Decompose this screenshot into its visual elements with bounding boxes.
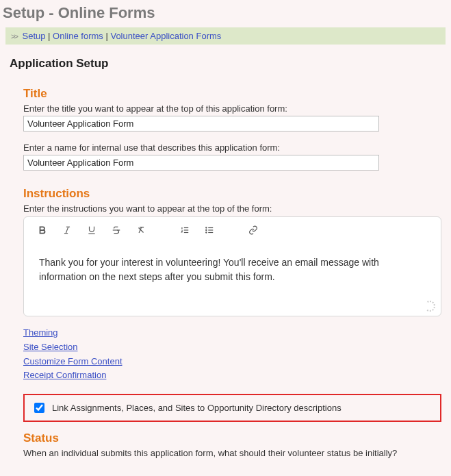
internal-name-input[interactable]: [23, 155, 379, 171]
display-title-label: Enter the title you want to appear at th…: [23, 103, 441, 114]
site-selection-link[interactable]: Site Selection: [23, 340, 441, 355]
theming-link[interactable]: Theming: [23, 326, 441, 340]
breadcrumb: >> Setup | Online forms | Volunteer Appl…: [5, 27, 446, 45]
breadcrumb-link-online-forms[interactable]: Online forms: [53, 31, 103, 41]
svg-point-11: [206, 227, 207, 228]
resize-handle-icon[interactable]: [424, 301, 435, 312]
underline-icon[interactable]: [86, 224, 98, 236]
svg-point-13: [206, 232, 207, 233]
editor-body[interactable]: Thank you for your interest in volunteer…: [24, 240, 441, 316]
status-question: When an individual submits this applicat…: [23, 448, 441, 458]
display-title-input[interactable]: [23, 116, 379, 131]
clear-format-icon[interactable]: [135, 224, 147, 236]
link-opportunity-label: Link Assignments, Places, and Sites to O…: [52, 403, 342, 413]
ordered-list-icon[interactable]: [179, 224, 191, 236]
customize-content-link[interactable]: Customize Form Content: [23, 355, 441, 369]
svg-point-12: [206, 229, 207, 230]
main-heading: Application Setup: [10, 57, 441, 71]
breadcrumb-chevron-icon: >>: [11, 32, 17, 40]
breadcrumb-link-setup[interactable]: Setup: [22, 31, 45, 41]
rich-text-editor: Thank you for your interest in volunteer…: [23, 216, 441, 316]
receipt-confirmation-link[interactable]: Receipt Confirmation: [23, 368, 441, 383]
strikethrough-icon[interactable]: [110, 224, 123, 236]
svg-line-2: [66, 227, 68, 233]
page-title: Setup - Online Forms: [0, 0, 451, 27]
instructions-label: Enter the instructions you want to appea…: [23, 203, 441, 214]
status-heading: Status: [23, 431, 441, 445]
link-opportunity-row: Link Assignments, Places, and Sites to O…: [23, 394, 441, 422]
title-section-heading: Title: [23, 87, 441, 101]
editor-toolbar: [24, 217, 441, 240]
bold-icon[interactable]: [36, 224, 49, 236]
italic-icon[interactable]: [61, 224, 73, 236]
internal-name-label: Enter a name for internal use that descr…: [23, 142, 441, 153]
setup-links: Theming Site Selection Customize Form Co…: [23, 326, 441, 383]
link-opportunity-checkbox[interactable]: [34, 403, 44, 413]
link-icon[interactable]: [247, 224, 259, 236]
instructions-heading: Instructions: [23, 187, 441, 201]
unordered-list-icon[interactable]: [203, 224, 216, 236]
breadcrumb-link-volunteer-application-forms[interactable]: Volunteer Application Forms: [110, 31, 221, 41]
